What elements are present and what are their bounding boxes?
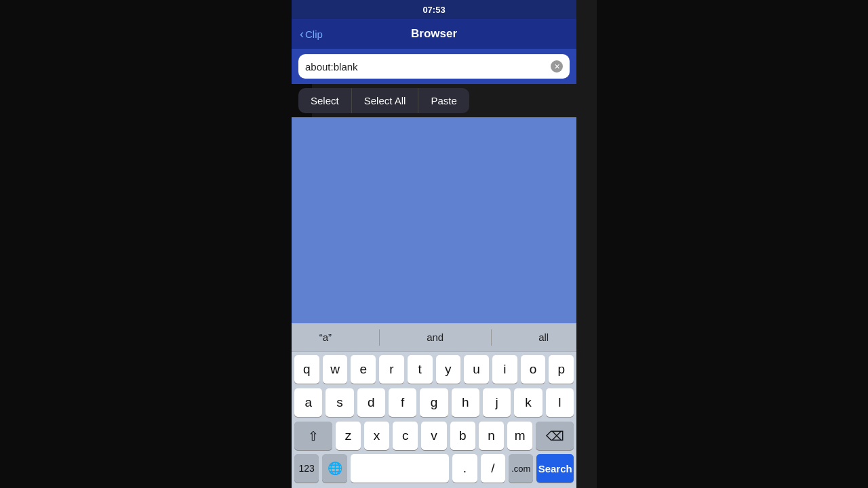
nav-bar: ‹ Clip Browser [292, 19, 576, 49]
key-n[interactable]: n [479, 422, 504, 450]
key-c[interactable]: c [393, 422, 418, 450]
keyboard-row-1: q w e r t y u i o p [292, 352, 576, 385]
keyboard-row-2: a s d f g h j k l [292, 385, 576, 418]
key-r[interactable]: r [379, 355, 404, 384]
key-m[interactable]: m [507, 422, 532, 450]
context-menu: Select Select All Paste [298, 88, 469, 113]
key-z[interactable]: z [336, 422, 361, 450]
key-u[interactable]: u [464, 355, 489, 384]
key-period[interactable]: . [452, 454, 477, 483]
left-overlay [0, 0, 312, 488]
key-dotcom[interactable]: .com [509, 454, 533, 483]
url-bar-container: about:blank ✕ [292, 49, 576, 84]
key-o[interactable]: o [521, 355, 546, 384]
right-overlay [597, 0, 868, 488]
suggestion-divider-2 [491, 329, 492, 346]
key-shift[interactable]: ⇧ [294, 422, 332, 450]
keyboard: “a” and all q w e r t y u i o p a s d f … [292, 323, 576, 488]
key-x[interactable]: x [364, 422, 389, 450]
status-bar: 07:53 [292, 0, 576, 19]
url-bar[interactable]: about:blank ✕ [298, 54, 570, 79]
keyboard-row-3: ⇧ z x c v b n m ⌫ [292, 418, 576, 451]
key-slash[interactable]: / [481, 454, 505, 483]
back-button[interactable]: ‹ Clip [300, 27, 323, 41]
key-q[interactable]: q [294, 355, 319, 384]
key-numbers[interactable]: 123 [294, 454, 319, 483]
key-backspace[interactable]: ⌫ [536, 422, 574, 450]
context-select-button[interactable]: Select [298, 88, 352, 113]
browser-content [292, 117, 576, 323]
suggestions-row: “a” and all [292, 323, 576, 352]
back-label: Clip [305, 28, 323, 40]
key-a[interactable]: a [294, 388, 322, 417]
browser-title: Browser [411, 27, 457, 41]
key-d[interactable]: d [357, 388, 385, 417]
key-g[interactable]: g [420, 388, 448, 417]
key-b[interactable]: b [450, 422, 475, 450]
key-y[interactable]: y [436, 355, 461, 384]
context-select-all-button[interactable]: Select All [352, 88, 419, 113]
key-v[interactable]: v [421, 422, 446, 450]
key-e[interactable]: e [351, 355, 376, 384]
key-j[interactable]: j [483, 388, 511, 417]
key-globe[interactable]: 🌐 [322, 454, 347, 483]
search-button[interactable]: Search [536, 454, 574, 483]
phone-container: 07:53 ‹ Clip Browser about:blank ✕ Selec… [292, 0, 576, 488]
suggestion-a[interactable]: “a” [311, 329, 340, 346]
url-clear-button[interactable]: ✕ [551, 60, 563, 73]
suggestion-and[interactable]: and [418, 329, 452, 346]
back-arrow-icon: ‹ [300, 27, 304, 41]
status-time: 07:53 [422, 5, 445, 15]
key-k[interactable]: k [514, 388, 542, 417]
key-t[interactable]: t [408, 355, 433, 384]
key-i[interactable]: i [492, 355, 517, 384]
key-s[interactable]: s [326, 388, 353, 417]
url-text: about:blank [305, 61, 551, 73]
key-f[interactable]: f [389, 388, 416, 417]
key-p[interactable]: p [549, 355, 574, 384]
suggestion-divider-1 [379, 329, 380, 346]
suggestion-all[interactable]: all [530, 329, 557, 346]
context-paste-button[interactable]: Paste [418, 88, 469, 113]
key-w[interactable]: w [323, 355, 348, 384]
key-h[interactable]: h [452, 388, 479, 417]
key-l[interactable]: l [546, 388, 574, 417]
key-space[interactable] [351, 454, 450, 483]
keyboard-bottom-row: 123 🌐 . / .com Search [292, 451, 576, 488]
